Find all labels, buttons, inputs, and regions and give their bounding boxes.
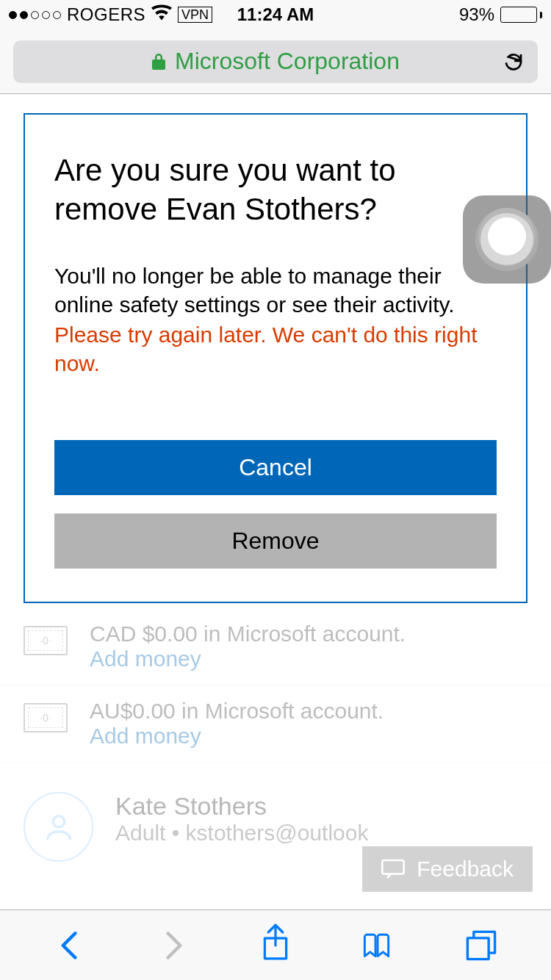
avatar [24, 792, 93, 862]
signal-strength-icon [9, 11, 61, 19]
safari-toolbar [0, 909, 551, 980]
svg-rect-3 [467, 937, 489, 959]
reload-icon[interactable] [503, 51, 525, 73]
battery-icon [500, 7, 542, 23]
url-pill[interactable]: Microsoft Corporation [13, 40, 538, 83]
assistivetouch-button[interactable] [463, 195, 551, 284]
add-money-link[interactable]: Add money [90, 724, 383, 749]
remove-member-dialog: Are you sure you want to remove Evan Sto… [24, 113, 527, 603]
battery-percent: 93% [459, 4, 494, 25]
tabs-button[interactable] [465, 929, 497, 962]
back-button[interactable] [54, 929, 86, 962]
ios-status-bar: ROGERS VPN 11:24 AM 93% [0, 0, 551, 29]
feedback-label: Feedback [417, 857, 514, 882]
profile-name: Kate Stothers [115, 792, 368, 821]
dialog-body: You'll no longer be able to manage their… [54, 262, 497, 319]
feedback-button[interactable]: Feedback [362, 846, 533, 892]
clock: 11:24 AM [237, 4, 314, 25]
vpn-badge: VPN [178, 7, 212, 23]
money-icon: ·0· [24, 703, 68, 732]
site-identity-label: Microsoft Corporation [175, 48, 400, 75]
money-icon: ·0· [24, 626, 68, 655]
lock-icon [151, 53, 166, 71]
safari-address-bar: Microsoft Corporation [0, 29, 551, 94]
remove-button[interactable]: Remove [54, 514, 497, 569]
balance-text: CAD $0.00 in Microsoft account. [90, 621, 406, 646]
share-button[interactable] [261, 930, 290, 961]
add-money-link[interactable]: Add money [90, 646, 406, 671]
svg-rect-1 [383, 860, 404, 874]
dialog-error: Please try again later. We can't do this… [54, 320, 497, 378]
svg-point-0 [53, 815, 64, 826]
cancel-button[interactable]: Cancel [54, 440, 497, 495]
dialog-title: Are you sure you want to remove Evan Sto… [54, 151, 497, 228]
forward-button[interactable] [157, 929, 190, 962]
balance-text: AU$0.00 in Microsoft account. [90, 699, 383, 724]
wifi-icon [151, 4, 172, 25]
profile-subtitle: Adult • kstothers@outlook [115, 821, 368, 846]
carrier-label: ROGERS [67, 4, 145, 25]
bookmarks-button[interactable] [361, 929, 394, 962]
